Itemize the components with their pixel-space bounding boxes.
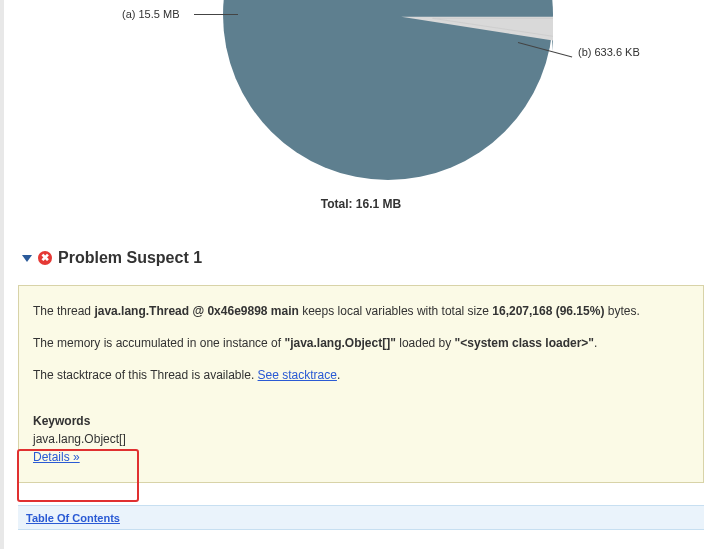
suspect-line-1: The thread java.lang.Thread @ 0x46e9898 … [33, 302, 685, 320]
keyword-value: java.lang.Object[] [33, 432, 126, 446]
pie-chart-area: (a) 15.5 MB (b) 633.6 KB Total: 16.1 MB [18, 0, 704, 215]
suspect-line-2: The memory is accumulated in one instanc… [33, 334, 685, 352]
section-title: Problem Suspect 1 [58, 249, 202, 267]
section-header[interactable]: ✖ Problem Suspect 1 [22, 249, 704, 267]
pie-label-a: (a) 15.5 MB [122, 8, 179, 20]
pie-chart [223, 0, 553, 180]
collapse-icon[interactable] [22, 255, 32, 262]
stacktrace-link[interactable]: See stacktrace [258, 368, 337, 382]
label-a-leader [194, 14, 238, 15]
pie-label-b: (b) 633.6 KB [578, 46, 640, 58]
problem-suspect-box: The thread java.lang.Thread @ 0x46e9898 … [18, 285, 704, 483]
details-link[interactable]: Details » [33, 450, 80, 464]
suspect-line-3: The stacktrace of this Thread is availab… [33, 366, 685, 384]
pie-total-label: Total: 16.1 MB [18, 197, 704, 211]
error-icon: ✖ [38, 251, 52, 265]
toc-link[interactable]: Table Of Contents [26, 512, 120, 524]
toc-bar: Table Of Contents [18, 505, 704, 530]
keywords-block: Keywords java.lang.Object[] Details » [33, 412, 685, 466]
keywords-label: Keywords [33, 414, 90, 428]
